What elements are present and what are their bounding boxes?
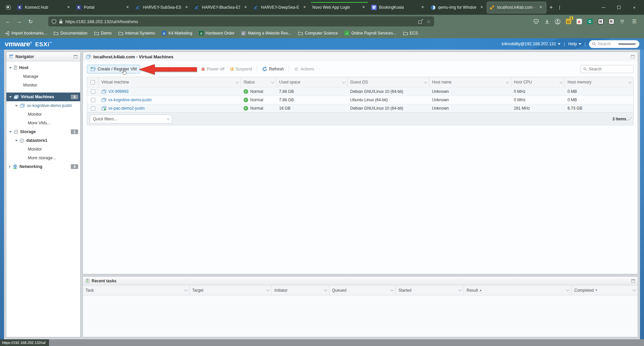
tab-list-dropdown[interactable] [556, 5, 563, 9]
sidebar-item-vm-monitor[interactable]: Monitor [6, 110, 80, 119]
help-menu[interactable]: Help [568, 42, 581, 46]
close-icon[interactable]: × [243, 4, 249, 10]
close-icon[interactable]: × [302, 4, 308, 10]
panel-minimize-icon[interactable] [631, 279, 635, 283]
account-icon[interactable] [554, 18, 561, 25]
bookmark-ecs[interactable]: ECS [403, 31, 418, 36]
close-icon[interactable]: × [538, 4, 544, 10]
sidebar-item-datastore1[interactable]: datastore1 [6, 136, 80, 145]
panel-maximize-icon[interactable] [631, 55, 635, 58]
power-off-button[interactable]: Power off [199, 65, 227, 73]
tab-harvey-deepsea[interactable]: HARVEY-DeepSea-ES12 × [251, 2, 310, 13]
back-icon[interactable]: ← [3, 16, 13, 26]
collapse-triangle-icon[interactable] [9, 165, 11, 168]
user-menu[interactable]: k4mobility@192.168.202.132 [502, 42, 560, 46]
quick-filters-dropdown[interactable]: Quick filters... [90, 115, 172, 123]
column-host-cpu[interactable]: Host CPU [511, 77, 565, 87]
close-icon[interactable]: × [479, 4, 485, 10]
url-text[interactable]: https://192.168.202.132/ui/#/host/vms [65, 19, 416, 24]
expand-triangle-icon[interactable] [15, 105, 18, 107]
tab-harvey-bluesea[interactable]: HARVEY-BlueSea-ES12 × [192, 2, 251, 13]
sidebar-item-storage[interactable]: Storage 1 [6, 127, 80, 136]
chevron-down-icon[interactable] [424, 80, 427, 83]
sidebar-item-virtual-machines[interactable]: Virtual Machines 3 [6, 93, 80, 101]
bookmark-internal-systems[interactable]: Internal Systems [118, 31, 155, 36]
chevron-down-icon[interactable] [266, 288, 270, 291]
sidebar-item-more-storage[interactable]: More storage... [6, 154, 80, 162]
row-checkbox[interactable] [91, 90, 95, 94]
column-host-name[interactable]: Host name [429, 77, 511, 87]
panel-pin-icon[interactable] [74, 55, 77, 58]
expand-triangle-icon[interactable] [9, 67, 12, 69]
bookmark-online-payroll[interactable]: ✓ Online Payroll Services... [344, 31, 396, 36]
bookmark-k4-marketing[interactable]: S K4 Marketing [162, 31, 192, 36]
column-completed[interactable]: Completed▼ [572, 285, 638, 295]
sidebar-item-host-manage[interactable]: Manage [6, 72, 80, 81]
reload-icon[interactable]: ↻ [25, 16, 36, 26]
firefox-view-icon[interactable] [3, 2, 13, 12]
paw-extension-icon[interactable] [619, 18, 626, 25]
close-icon[interactable]: × [420, 4, 426, 10]
chevron-down-icon[interactable] [184, 288, 187, 291]
bookmark-star-icon[interactable]: ☆ [426, 19, 431, 24]
chevron-down-icon[interactable] [271, 80, 274, 83]
column-guest-os[interactable]: Guest OS [347, 77, 429, 87]
grammarly-icon[interactable]: G [587, 18, 593, 25]
chevron-down-icon[interactable] [566, 288, 570, 291]
header-search-input[interactable]: Search [589, 40, 639, 48]
tab-harvey-subsea[interactable]: HARVEY-SubSea-ES147 × [133, 2, 192, 13]
vm-name-link[interactable]: vx-kognitive-demo-justin [108, 98, 152, 102]
sidebar-item-host-monitor[interactable]: Monitor [6, 81, 80, 90]
expand-triangle-icon[interactable] [15, 140, 18, 141]
sidebar-item-more-vms[interactable]: More VMs... [6, 119, 80, 127]
column-initiator[interactable]: Initiator [272, 285, 329, 295]
tab-portal[interactable]: K Portal × [74, 2, 133, 13]
bookmark-import[interactable]: Import bookmarks... [5, 31, 47, 36]
tab-novo-login[interactable]: Novo Web App Login × [310, 2, 369, 13]
sidebar-item-networking[interactable]: Networking 4 [6, 162, 80, 171]
tab-localhost-k4lab-active[interactable]: localhost.k4lab.com - V × [487, 2, 546, 13]
sidebar-item-host[interactable]: Host [6, 63, 80, 72]
column-task[interactable]: Task [83, 285, 190, 295]
table-row[interactable]: vx-pac-demo2-justin ✓Normal 16 GB Debian… [87, 104, 633, 112]
column-started[interactable]: Started [396, 285, 464, 295]
chevron-down-icon[interactable] [390, 288, 394, 291]
sidebar-item-storage-monitor[interactable]: Monitor [6, 145, 80, 154]
close-icon[interactable]: × [183, 4, 190, 10]
restore-button[interactable] [611, 0, 627, 15]
chevron-down-icon[interactable] [633, 288, 636, 291]
url-bar[interactable]: https://192.168.202.132/ui/#/host/vms ☆ [48, 16, 434, 26]
privacy-shield-icon[interactable] [533, 18, 540, 25]
close-icon[interactable]: × [124, 4, 130, 10]
resize-grip[interactable] [626, 117, 632, 120]
column-target[interactable]: Target [190, 285, 272, 295]
column-queued[interactable]: Queued [329, 285, 396, 295]
chevron-down-icon[interactable] [342, 80, 345, 83]
notes-extension-icon[interactable]: ▤1 [565, 18, 572, 25]
actions-button[interactable]: ⚙ Actions [291, 65, 317, 73]
column-virtual-machine[interactable]: Virtual machine [99, 77, 241, 87]
create-register-vm-button[interactable]: Create / Register VM [87, 65, 140, 73]
expand-triangle-icon[interactable] [9, 96, 12, 98]
vm-name-link[interactable]: VX-999993 [108, 89, 128, 94]
close-icon[interactable]: × [65, 4, 71, 10]
menu-icon[interactable]: ☰ [630, 18, 639, 24]
minimize-button[interactable] [596, 0, 611, 15]
bookmark-computer-science[interactable]: Computer Science [298, 31, 338, 36]
vm-search-box[interactable] [581, 65, 634, 73]
bookmark-hardware-order[interactable]: X Hardware Order [199, 31, 234, 36]
tab-bookingkoala[interactable]: BookingKoala × [369, 2, 428, 13]
column-status[interactable]: Status [241, 77, 276, 87]
bookmark-making-website[interactable]: C Making a Website Res... [241, 31, 291, 36]
tab-qemu-img[interactable]: qemu-img for WIndow × [428, 2, 487, 13]
bookmark-documentation[interactable]: Documentation [54, 31, 88, 36]
close-icon[interactable]: × [361, 4, 367, 10]
row-checkbox[interactable] [91, 106, 95, 111]
column-host-memory[interactable]: Host memory [565, 77, 633, 87]
downloads-icon[interactable] [544, 18, 550, 25]
window-close-button[interactable]: × [627, 0, 642, 15]
select-all-checkbox[interactable] [87, 77, 99, 87]
row-checkbox[interactable] [91, 98, 95, 102]
chevron-down-icon[interactable] [628, 80, 632, 83]
chevron-down-icon[interactable] [235, 80, 239, 83]
